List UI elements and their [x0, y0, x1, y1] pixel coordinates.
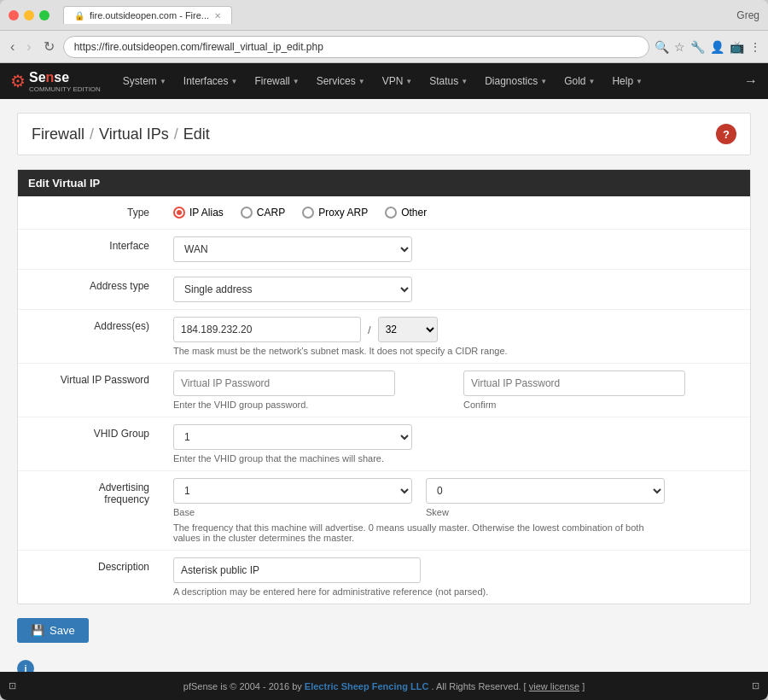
back-button[interactable]: ‹	[7, 38, 18, 56]
vip-password-row: Virtual IP Password Enter the VHID group…	[18, 364, 750, 417]
interface-select[interactable]: WAN LAN	[173, 236, 412, 262]
search-icon[interactable]: 🔍	[655, 40, 669, 54]
password-col-right: Confirm	[463, 370, 740, 410]
nav-gold-label: Gold	[564, 75, 585, 87]
nav-item-interfaces[interactable]: Interfaces ▼	[175, 63, 247, 99]
save-area: 💾 Save	[17, 604, 751, 656]
breadcrumb-sep2: /	[174, 125, 178, 143]
minimize-button[interactable]	[24, 10, 34, 20]
radio-ip-alias-label: IP Alias	[189, 207, 224, 219]
address-type-select[interactable]: Single address Network	[173, 277, 412, 302]
cidr-separator: /	[368, 324, 371, 336]
adv-base-select[interactable]: 1	[173, 478, 412, 504]
type-row: Type IP Alias CARP	[18, 196, 750, 230]
refresh-button[interactable]: ↻	[40, 37, 58, 56]
nav-menu: System ▼ Interfaces ▼ Firewall ▼ Service…	[114, 63, 744, 99]
nav-services-label: Services	[317, 75, 356, 87]
radio-other[interactable]: Other	[385, 207, 427, 219]
settings-icon[interactable]: ⋮	[749, 40, 761, 54]
footer: ⊡ pfSense is © 2004 - 2016 by Electric S…	[0, 672, 768, 700]
footer-text: pfSense is © 2004 - 2016 by Electric She…	[20, 681, 748, 691]
tab-close-icon[interactable]: ✕	[214, 11, 221, 20]
nav-system-arrow: ▼	[160, 78, 166, 85]
bookmark-icon[interactable]: ☆	[674, 40, 685, 54]
vip-confirm-label: Confirm	[463, 400, 740, 410]
nav-item-services[interactable]: Services ▼	[308, 63, 374, 99]
nav-services-arrow: ▼	[358, 78, 365, 85]
breadcrumb-firewall[interactable]: Firewall	[32, 125, 84, 143]
cast-icon[interactable]: 📺	[730, 40, 744, 54]
url-input[interactable]	[63, 36, 649, 58]
description-label: Description	[18, 551, 163, 604]
tab-title: fire.outsideopen.com - Fire...	[90, 10, 209, 20]
nav-help-arrow: ▼	[636, 78, 643, 85]
nav-vpn-arrow: ▼	[405, 78, 412, 85]
adv-freq-label: Advertisingfrequency	[18, 471, 163, 551]
nav-logout-icon[interactable]: →	[744, 73, 758, 89]
radio-proxy-arp-circle	[302, 207, 314, 219]
vip-confirm-input[interactable]	[463, 370, 685, 396]
forward-button[interactable]: ›	[23, 38, 34, 56]
description-input[interactable]	[173, 557, 421, 583]
nav-status-label: Status	[429, 75, 458, 87]
nav-item-vpn[interactable]: VPN ▼	[374, 63, 422, 99]
freq-row: 1 Base 0 Skew	[173, 478, 740, 517]
nav-item-gold[interactable]: Gold ▼	[556, 63, 603, 99]
addresses-row: Address(es) / 32 31 30 24 Th	[18, 310, 750, 364]
footer-copyright: pfSense is © 2004 - 2016 by	[183, 681, 302, 691]
radio-ip-alias-circle	[173, 207, 185, 219]
person-icon[interactable]: 👤	[710, 40, 724, 54]
cidr-select[interactable]: 32 31 30 24	[378, 317, 438, 342]
nav-gold-arrow: ▼	[589, 78, 596, 85]
save-button[interactable]: 💾 Save	[17, 618, 89, 643]
address-input[interactable]	[173, 317, 361, 342]
interface-field: WAN LAN	[163, 230, 750, 270]
nav-item-status[interactable]: Status ▼	[421, 63, 476, 99]
nav-item-help[interactable]: Help ▼	[603, 63, 651, 99]
browser-tab[interactable]: 🔒 fire.outsideopen.com - Fire... ✕	[63, 6, 232, 24]
vip-password-input[interactable]	[173, 370, 395, 396]
nav-item-diagnostics[interactable]: Diagnostics ▼	[476, 63, 556, 99]
breadcrumb-virtualips[interactable]: Virtual IPs	[99, 125, 169, 143]
close-button[interactable]	[9, 10, 19, 20]
freq-skew-col: 0 Skew	[426, 478, 665, 517]
help-button[interactable]: ?	[716, 124, 736, 144]
logo-text: Sense	[29, 70, 69, 85]
logo-sub: COMMUNITY EDITION	[29, 85, 101, 93]
nav-diagnostics-arrow: ▼	[540, 78, 547, 85]
vip-password-field: Enter the VHID group password. Confirm	[163, 364, 750, 417]
nav-diagnostics-label: Diagnostics	[485, 75, 538, 87]
pfsense-navbar: ⚙ Sense COMMUNITY EDITION System ▼ Inter…	[0, 63, 768, 99]
adv-freq-row: Advertisingfrequency 1 Base	[18, 471, 750, 551]
toolbar-icons: 🔍 ☆ 🔧 👤 📺 ⋮	[655, 40, 761, 54]
footer-company: Electric Sheep Fencing LLC	[305, 681, 428, 691]
nav-interfaces-arrow: ▼	[231, 78, 238, 85]
adv-base-label: Base	[173, 507, 412, 517]
radio-other-circle	[385, 207, 397, 219]
nav-firewall-arrow: ▼	[293, 78, 300, 85]
extension-icon[interactable]: 🔧	[690, 40, 705, 54]
vhid-group-help: Enter the VHID group that the machines w…	[173, 453, 740, 464]
vhid-group-row: VHID Group 1 Enter the VHID group that t…	[18, 417, 750, 471]
adv-skew-select[interactable]: 0	[426, 478, 665, 504]
radio-proxy-arp-label: Proxy ARP	[318, 207, 368, 219]
footer-license-link[interactable]: view license	[529, 681, 579, 691]
addresses-field: / 32 31 30 24 The mask must be the netwo…	[163, 310, 750, 364]
info-icon[interactable]: i	[17, 660, 34, 672]
type-field: IP Alias CARP Proxy ARP	[163, 196, 750, 230]
radio-proxy-arp[interactable]: Proxy ARP	[302, 207, 368, 219]
interface-label: Interface	[18, 230, 163, 270]
address-type-row: Address type Single address Network	[18, 270, 750, 310]
radio-ip-alias[interactable]: IP Alias	[173, 207, 224, 219]
password-col-left: Enter the VHID group password.	[173, 370, 450, 410]
radio-carp[interactable]: CARP	[241, 207, 285, 219]
vhid-group-label: VHID Group	[18, 417, 163, 471]
password-row: Enter the VHID group password. Confirm	[173, 370, 740, 410]
adv-freq-help: The frequency that this machine will adv…	[173, 522, 668, 543]
nav-vpn-label: VPN	[382, 75, 404, 87]
nav-item-system[interactable]: System ▼	[114, 63, 175, 99]
vhid-group-select[interactable]: 1	[173, 424, 412, 450]
nav-item-firewall[interactable]: Firewall ▼	[246, 63, 307, 99]
footer-rights-end: ]	[582, 681, 585, 691]
maximize-button[interactable]	[39, 10, 49, 20]
